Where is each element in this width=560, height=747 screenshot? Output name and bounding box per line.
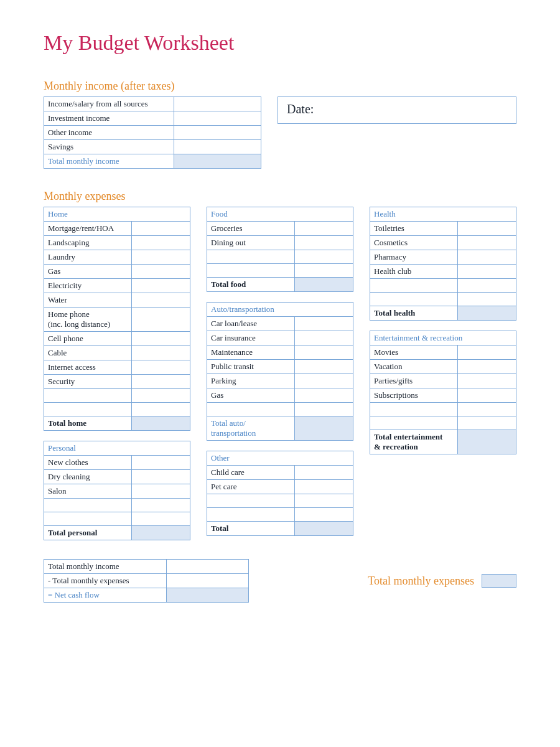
income-value[interactable] bbox=[174, 126, 261, 140]
other-header: Other bbox=[207, 451, 353, 466]
home-row: Cable bbox=[44, 346, 132, 360]
summary-row-income: Total monthly income bbox=[44, 560, 167, 574]
income-total-label: Total monthly income bbox=[44, 154, 174, 169]
home-row-blank bbox=[44, 403, 132, 416]
date-field[interactable]: Date: bbox=[278, 96, 516, 124]
food-row: Dining out bbox=[207, 236, 295, 250]
income-value[interactable] bbox=[174, 97, 261, 111]
health-total-value[interactable] bbox=[458, 306, 516, 321]
summary-value[interactable] bbox=[167, 574, 249, 588]
auto-total-value[interactable] bbox=[295, 416, 353, 441]
entertainment-value[interactable] bbox=[458, 403, 516, 416]
auto-row: Parking bbox=[207, 374, 295, 388]
food-value[interactable] bbox=[295, 236, 353, 250]
total-monthly-expenses-value[interactable] bbox=[482, 574, 516, 588]
health-value[interactable] bbox=[458, 236, 516, 250]
personal-row-blank bbox=[44, 499, 132, 512]
auto-header: Auto/transportation bbox=[207, 303, 353, 317]
entertainment-row-blank bbox=[370, 416, 458, 430]
summary-value[interactable] bbox=[167, 560, 249, 574]
health-value[interactable] bbox=[458, 293, 516, 306]
home-total-label: Total home bbox=[44, 416, 132, 431]
entertainment-row-blank bbox=[370, 403, 458, 416]
food-total-value[interactable] bbox=[295, 278, 353, 292]
personal-value[interactable] bbox=[132, 484, 190, 499]
entertainment-value[interactable] bbox=[458, 345, 516, 360]
entertainment-table: Entertainment & recreation Movies Vacati… bbox=[370, 331, 516, 454]
entertainment-total-value[interactable] bbox=[458, 430, 516, 454]
home-value[interactable] bbox=[132, 403, 190, 416]
auto-row: Maintenance bbox=[207, 345, 295, 360]
food-total-label: Total food bbox=[207, 278, 295, 292]
entertainment-value[interactable] bbox=[458, 374, 516, 388]
other-row-blank bbox=[207, 508, 295, 522]
other-value[interactable] bbox=[295, 480, 353, 494]
food-value[interactable] bbox=[295, 222, 353, 236]
home-row: Electricity bbox=[44, 279, 132, 293]
auto-row: Gas bbox=[207, 388, 295, 403]
health-row-blank bbox=[370, 293, 458, 306]
auto-total-label: Total auto/transportation bbox=[207, 416, 295, 441]
page-title: My Budget Worksheet bbox=[44, 31, 516, 55]
health-value[interactable] bbox=[458, 250, 516, 265]
auto-row: Public transit bbox=[207, 360, 295, 374]
other-value[interactable] bbox=[295, 466, 353, 480]
summary-net-value[interactable] bbox=[167, 588, 249, 603]
home-value[interactable] bbox=[132, 250, 190, 265]
auto-value[interactable] bbox=[295, 360, 353, 374]
home-value[interactable] bbox=[132, 236, 190, 250]
home-value[interactable] bbox=[132, 265, 190, 279]
home-value[interactable] bbox=[132, 346, 190, 360]
food-row-blank bbox=[207, 250, 295, 264]
home-value[interactable] bbox=[132, 308, 190, 332]
food-value[interactable] bbox=[295, 250, 353, 264]
home-value[interactable] bbox=[132, 332, 190, 346]
income-table: Income/salary from all sources Investmen… bbox=[44, 96, 261, 169]
auto-value[interactable] bbox=[295, 331, 353, 345]
other-total-value[interactable] bbox=[295, 522, 353, 536]
health-value[interactable] bbox=[458, 265, 516, 279]
income-row: Other income bbox=[44, 126, 174, 140]
health-value[interactable] bbox=[458, 279, 516, 293]
income-total-value[interactable] bbox=[174, 154, 261, 169]
entertainment-value[interactable] bbox=[458, 388, 516, 403]
health-value[interactable] bbox=[458, 222, 516, 236]
entertainment-row: Vacation bbox=[370, 360, 458, 374]
entertainment-header: Entertainment & recreation bbox=[370, 331, 516, 345]
personal-value[interactable] bbox=[132, 499, 190, 512]
other-value[interactable] bbox=[295, 508, 353, 522]
personal-row: Salon bbox=[44, 484, 132, 499]
personal-value[interactable] bbox=[132, 456, 190, 470]
home-value[interactable] bbox=[132, 222, 190, 236]
home-value[interactable] bbox=[132, 279, 190, 293]
auto-row: Car loan/lease bbox=[207, 317, 295, 331]
total-monthly-expenses-label: Total monthly expenses bbox=[368, 575, 474, 588]
summary-row-expenses: - Total monthly expenses bbox=[44, 574, 167, 588]
personal-total-value[interactable] bbox=[132, 526, 190, 540]
personal-value[interactable] bbox=[132, 470, 190, 484]
income-value[interactable] bbox=[174, 111, 261, 126]
other-value[interactable] bbox=[295, 494, 353, 508]
food-value[interactable] bbox=[295, 264, 353, 278]
auto-value[interactable] bbox=[295, 374, 353, 388]
income-value[interactable] bbox=[174, 140, 261, 154]
auto-value[interactable] bbox=[295, 345, 353, 360]
auto-value[interactable] bbox=[295, 317, 353, 331]
home-row: Gas bbox=[44, 265, 132, 279]
home-value[interactable] bbox=[132, 293, 190, 308]
home-value[interactable] bbox=[132, 375, 190, 389]
auto-value[interactable] bbox=[295, 388, 353, 403]
entertainment-value[interactable] bbox=[458, 360, 516, 374]
home-value[interactable] bbox=[132, 389, 190, 403]
home-table: Home Mortgage/rent/HOA Landscaping Laund… bbox=[44, 207, 190, 431]
home-value[interactable] bbox=[132, 360, 190, 375]
income-row: Savings bbox=[44, 140, 174, 154]
entertainment-value[interactable] bbox=[458, 416, 516, 430]
other-table: Other Child care Pet care Total bbox=[207, 451, 353, 536]
auto-value[interactable] bbox=[295, 403, 353, 416]
personal-value[interactable] bbox=[132, 512, 190, 526]
home-total-value[interactable] bbox=[132, 416, 190, 431]
home-row-blank bbox=[44, 389, 132, 403]
food-header: Food bbox=[207, 207, 353, 222]
health-row: Toiletries bbox=[370, 222, 458, 236]
